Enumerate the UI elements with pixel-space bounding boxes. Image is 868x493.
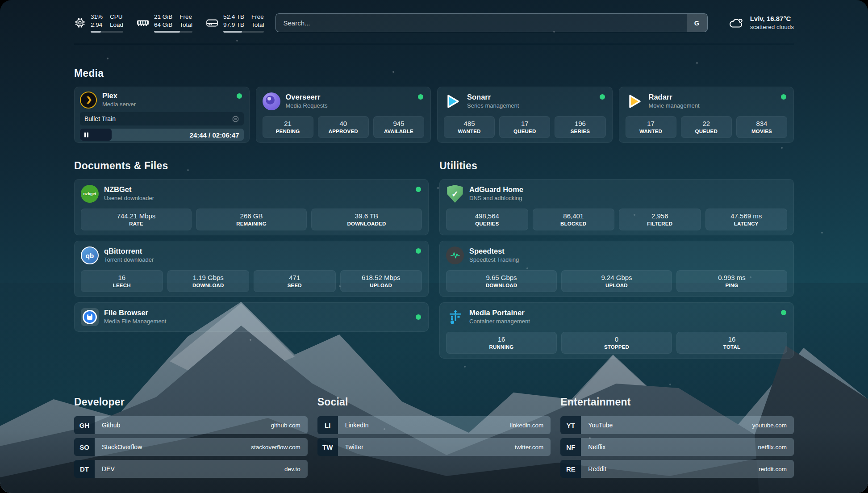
stat-pending: 21PENDING xyxy=(263,116,313,138)
overseerr-card[interactable]: Overseerr Media Requests 21PENDING 40APP… xyxy=(256,87,431,143)
status-online-dot xyxy=(416,187,421,192)
portainer-logo xyxy=(446,308,464,326)
plex-now-playing-title: Bullet Train xyxy=(84,115,116,122)
stat-movies: 834MOVIES xyxy=(736,116,787,138)
bookmark-name: StackOverflow xyxy=(102,443,142,451)
bookmark-linkedin[interactable]: LI LinkedInlinkedin.com xyxy=(317,416,551,434)
session-type-icon xyxy=(232,115,239,123)
radarr-title: Radarr xyxy=(649,93,700,102)
status-online-dot xyxy=(418,94,423,100)
portainer-card[interactable]: Media Portainer Container management 16R… xyxy=(439,302,794,359)
nzbget-card[interactable]: nzbget NZBGet Usenet downloader 744.21 M… xyxy=(74,179,429,235)
speedtest-card[interactable]: Speedtest Speedtest Tracking 9.65 GbpsDO… xyxy=(439,241,794,297)
plex-subtitle: Media server xyxy=(102,101,136,109)
bookmark-github[interactable]: GH Githubgithub.com xyxy=(74,416,308,434)
status-online-dot xyxy=(416,314,421,320)
filebrowser-card[interactable]: File Browser Media File Management xyxy=(74,302,429,332)
overseerr-logo xyxy=(263,92,280,110)
portainer-subtitle: Container management xyxy=(469,318,530,326)
bookmark-name: Reddit xyxy=(588,465,606,472)
bookmark-url: linkedin.com xyxy=(510,422,543,429)
disk-icon xyxy=(206,17,218,29)
stat-queued: 17QUEUED xyxy=(499,116,550,138)
radarr-card[interactable]: Radarr Movie management 17WANTED 22QUEUE… xyxy=(619,87,794,143)
stat-ping: 0.993 msPING xyxy=(676,270,787,292)
weather-widget: Lviv, 16.87°C scattered clouds xyxy=(728,14,794,31)
section-title-documents: Documents & Files xyxy=(74,160,429,172)
bookmark-url: reddit.com xyxy=(759,466,787,472)
stat-total: 16TOTAL xyxy=(676,332,787,354)
pause-icon xyxy=(84,132,88,137)
plex-now-playing-row: Bullet Train xyxy=(80,112,244,125)
plex-logo xyxy=(80,92,97,109)
sonarr-title: Sonarr xyxy=(467,93,519,102)
bookmark-dev-to[interactable]: DT DEVdev.to xyxy=(74,460,308,478)
qbittorrent-title: qBittorrent xyxy=(104,247,154,256)
stat-available: 945AVAILABLE xyxy=(373,116,424,138)
stat-download: 1.19 GbpsDOWNLOAD xyxy=(167,270,250,292)
disk-total-value: 97.9 TB xyxy=(223,21,244,29)
section-title-utilities: Utilities xyxy=(439,160,794,172)
stat-queries: 498,564QUERIES xyxy=(446,209,528,230)
bookmark-abbr: YT xyxy=(560,416,581,434)
bookmark-youtube[interactable]: YT YouTubeyoutube.com xyxy=(560,416,794,434)
portainer-title: Media Portainer xyxy=(469,309,530,318)
bookmark-stackoverflow[interactable]: SO StackOverflowstackoverflow.com xyxy=(74,438,308,456)
cpu-usage-value: 31% xyxy=(91,13,103,21)
ram-metric: 21 GiB64 GiB FreeTotal xyxy=(137,13,192,33)
cpu-progressbar xyxy=(91,31,123,33)
status-online-dot xyxy=(600,94,605,100)
bookmarks-area: Developer GH Githubgithub.com SO StackOv… xyxy=(74,396,794,482)
stat-rate: 744.21 MbpsRATE xyxy=(81,209,192,230)
bookmark-name: Github xyxy=(102,422,120,429)
bookmark-netflix[interactable]: NF Netflixnetflix.com xyxy=(560,438,794,456)
bookmark-abbr: DT xyxy=(74,460,95,478)
section-title-entertainment: Entertainment xyxy=(560,396,794,408)
stat-remaining: 266 GBREMAINING xyxy=(196,209,307,230)
stat-latency: 47.569 msLATENCY xyxy=(705,209,788,230)
stat-upload: 618.52 MbpsUPLOAD xyxy=(340,270,422,292)
adguard-card[interactable]: ✓ AdGuard Home DNS and adblocking 498,56… xyxy=(439,179,794,235)
speedtest-logo xyxy=(446,246,464,264)
stat-queued: 22QUEUED xyxy=(681,116,732,138)
bookmark-group-social: Social LI LinkedInlinkedin.com TW Twitte… xyxy=(317,396,551,482)
bookmark-url: twitter.com xyxy=(515,444,544,451)
status-online-dot xyxy=(237,93,242,99)
sonarr-card[interactable]: Sonarr Series management 485WANTED 17QUE… xyxy=(437,87,613,143)
ram-progressbar xyxy=(154,31,192,33)
bookmark-name: Twitter xyxy=(345,443,363,451)
qbittorrent-card[interactable]: qb qBittorrent Torrent downloader 16LEEC… xyxy=(74,241,429,297)
bookmark-reddit[interactable]: RE Redditreddit.com xyxy=(560,460,794,478)
search-engine-button[interactable]: G xyxy=(687,14,707,32)
plex-playback-time: 24:44 / 02:06:47 xyxy=(190,131,239,138)
cpu-load-value: 2.94 xyxy=(91,21,103,29)
bookmark-abbr: RE xyxy=(560,460,581,478)
stat-blocked: 86,401BLOCKED xyxy=(533,209,615,230)
radarr-subtitle: Movie management xyxy=(649,102,700,110)
bookmark-abbr: NF xyxy=(560,438,581,456)
qbittorrent-subtitle: Torrent downloader xyxy=(104,256,154,264)
bookmark-url: github.com xyxy=(271,422,300,429)
section-title-developer: Developer xyxy=(74,396,308,408)
section-title-media: Media xyxy=(74,67,794,79)
cpu-chip-icon xyxy=(74,17,86,29)
status-online-dot xyxy=(781,310,786,315)
bookmark-twitter[interactable]: TW Twittertwitter.com xyxy=(317,438,551,456)
search-bar: G xyxy=(275,13,707,32)
overseerr-title: Overseerr xyxy=(286,93,328,102)
stat-downloaded: 39.6 TBDOWNLOADED xyxy=(311,209,422,230)
speedtest-title: Speedtest xyxy=(469,247,519,256)
status-online-dot xyxy=(781,94,786,100)
system-metrics: 31%2.94 CPULoad xyxy=(74,13,264,33)
plex-card[interactable]: Plex Media server Bullet Train 24:44 / 0… xyxy=(74,87,250,143)
stat-series: 196SERIES xyxy=(555,116,605,138)
stat-wanted: 485WANTED xyxy=(444,116,495,138)
adguard-title: AdGuard Home xyxy=(469,185,523,194)
nzbget-logo: nzbget xyxy=(81,185,99,203)
bookmark-group-developer: Developer GH Githubgithub.com SO StackOv… xyxy=(74,396,308,482)
bookmark-name: LinkedIn xyxy=(345,422,369,429)
filebrowser-subtitle: Media File Management xyxy=(104,318,166,326)
search-input[interactable] xyxy=(275,13,707,32)
stat-upload: 9.24 GbpsUPLOAD xyxy=(561,270,672,292)
dashboard-window: 31%2.94 CPULoad xyxy=(0,0,868,493)
